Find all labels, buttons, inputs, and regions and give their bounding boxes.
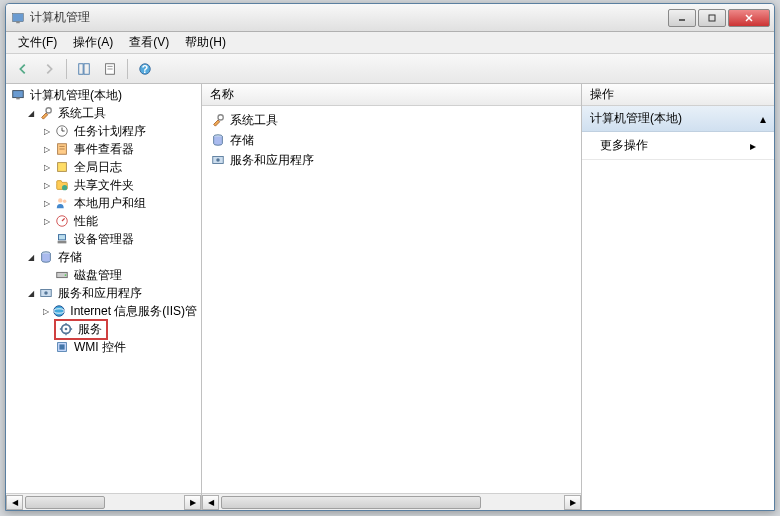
scroll-thumb[interactable]	[221, 496, 481, 509]
scroll-right-button[interactable]: ▶	[564, 495, 581, 510]
scroll-thumb[interactable]	[25, 496, 105, 509]
tree-local-users[interactable]: ▷ 本地用户和组	[8, 194, 199, 212]
expander-icon[interactable]: ▷	[40, 304, 52, 318]
disk-icon	[54, 267, 70, 283]
tree-label: 存储	[56, 249, 84, 266]
tree-disk-mgmt[interactable]: 磁盘管理	[8, 266, 199, 284]
tools-icon	[210, 112, 226, 128]
svg-rect-40	[59, 344, 64, 349]
content-area: 计算机管理(本地) ◢ 系统工具 ▷ 任务计划程序 ▷ 事件查看器	[6, 84, 774, 510]
clock-icon	[54, 123, 70, 139]
menu-help[interactable]: 帮助(H)	[177, 32, 234, 53]
highlight-box: 服务	[54, 319, 108, 340]
tree-global-log[interactable]: ▷ 全局日志	[8, 158, 199, 176]
action-section[interactable]: 计算机管理(本地) ▴	[582, 106, 774, 132]
action-header: 操作	[582, 84, 774, 106]
tree-device-manager[interactable]: 设备管理器	[8, 230, 199, 248]
column-header-name[interactable]: 名称	[210, 86, 234, 103]
toolbar-separator	[66, 59, 67, 79]
expander-icon[interactable]: ◢	[24, 250, 38, 264]
expander-icon[interactable]: ▷	[40, 160, 54, 174]
window-controls	[668, 9, 770, 27]
collapse-icon[interactable]: ▴	[760, 112, 766, 126]
tree-root[interactable]: 计算机管理(本地)	[8, 86, 199, 104]
expander-icon[interactable]: ▷	[40, 196, 54, 210]
menu-file[interactable]: 文件(F)	[10, 32, 65, 53]
list-item-storage[interactable]: 存储	[206, 130, 577, 150]
tree-scrollbar[interactable]: ◀ ▶	[6, 493, 201, 510]
services-apps-icon	[38, 285, 54, 301]
users-icon	[54, 195, 70, 211]
menubar: 文件(F) 操作(A) 查看(V) 帮助(H)	[6, 32, 774, 54]
svg-point-24	[58, 198, 62, 202]
scroll-track[interactable]	[23, 495, 184, 510]
expander-icon[interactable]: ◢	[24, 286, 38, 300]
titlebar[interactable]: 计算机管理	[6, 4, 774, 32]
list-item-services-apps[interactable]: 服务和应用程序	[206, 150, 577, 170]
performance-icon	[54, 213, 70, 229]
list-header[interactable]: 名称	[202, 84, 581, 106]
minimize-button[interactable]	[668, 9, 696, 27]
tree-performance[interactable]: ▷ 性能	[8, 212, 199, 230]
svg-rect-0	[13, 13, 24, 21]
svg-rect-1	[16, 21, 20, 23]
tree-label: 性能	[72, 213, 100, 230]
tree-wmi[interactable]: WMI 控件	[8, 338, 199, 356]
expander-icon[interactable]: ▷	[40, 142, 54, 156]
properties-button[interactable]	[99, 58, 121, 80]
tree-label: 全局日志	[72, 159, 124, 176]
toolbar: ?	[6, 54, 774, 84]
expander-icon[interactable]: ▷	[40, 178, 54, 192]
expander-icon[interactable]: ▷	[40, 124, 54, 138]
svg-point-32	[65, 274, 67, 276]
tree-event-viewer[interactable]: ▷ 事件查看器	[8, 140, 199, 158]
svg-point-41	[218, 115, 223, 120]
log-icon	[54, 159, 70, 175]
iis-icon	[52, 303, 66, 319]
tree-system-tools[interactable]: ◢ 系统工具	[8, 104, 199, 122]
tree-label: WMI 控件	[72, 339, 128, 356]
expander-icon[interactable]: ◢	[24, 106, 38, 120]
action-panel: 操作 计算机管理(本地) ▴ 更多操作 ▸	[582, 84, 774, 510]
list-item-label: 服务和应用程序	[230, 152, 314, 169]
menu-view[interactable]: 查看(V)	[121, 32, 177, 53]
svg-rect-13	[13, 91, 24, 98]
forward-button[interactable]	[38, 58, 60, 80]
list-scrollbar[interactable]: ◀ ▶	[202, 493, 581, 510]
tree-task-scheduler[interactable]: ▷ 任务计划程序	[8, 122, 199, 140]
action-more[interactable]: 更多操作 ▸	[582, 132, 774, 160]
show-hide-tree-button[interactable]	[73, 58, 95, 80]
svg-text:?: ?	[142, 62, 148, 74]
action-item-label: 更多操作	[600, 137, 648, 154]
tree-label: 服务	[76, 321, 104, 338]
close-button[interactable]	[728, 9, 770, 27]
list-item-system-tools[interactable]: 系统工具	[206, 110, 577, 130]
svg-point-15	[46, 108, 51, 113]
scroll-right-button[interactable]: ▶	[184, 495, 201, 510]
tree-services[interactable]: 服务	[8, 320, 199, 338]
list-item-label: 存储	[230, 132, 254, 149]
tree-label: Internet 信息服务(IIS)管	[68, 303, 199, 320]
tree-iis[interactable]: ▷ Internet 信息服务(IIS)管	[8, 302, 199, 320]
scroll-left-button[interactable]: ◀	[6, 495, 23, 510]
computer-icon	[10, 87, 26, 103]
expander-icon[interactable]: ▷	[40, 214, 54, 228]
tree-shared-folders[interactable]: ▷ 共享文件夹	[8, 176, 199, 194]
help-button[interactable]: ?	[134, 58, 156, 80]
submenu-icon: ▸	[750, 139, 756, 153]
back-button[interactable]	[12, 58, 34, 80]
tools-icon	[38, 105, 54, 121]
list-panel: 名称 系统工具 存储 服务和应用程序 ◀ ▶	[202, 84, 582, 510]
storage-icon	[38, 249, 54, 265]
svg-rect-29	[58, 241, 67, 244]
scroll-left-button[interactable]: ◀	[202, 495, 219, 510]
tree-body[interactable]: 计算机管理(本地) ◢ 系统工具 ▷ 任务计划程序 ▷ 事件查看器	[6, 84, 201, 493]
expander-spacer	[40, 268, 54, 282]
list-body[interactable]: 系统工具 存储 服务和应用程序	[202, 106, 581, 493]
tree-services-apps[interactable]: ◢ 服务和应用程序	[8, 284, 199, 302]
maximize-button[interactable]	[698, 9, 726, 27]
tree-storage[interactable]: ◢ 存储	[8, 248, 199, 266]
menu-action[interactable]: 操作(A)	[65, 32, 121, 53]
svg-rect-7	[84, 63, 89, 74]
scroll-track[interactable]	[219, 495, 564, 510]
